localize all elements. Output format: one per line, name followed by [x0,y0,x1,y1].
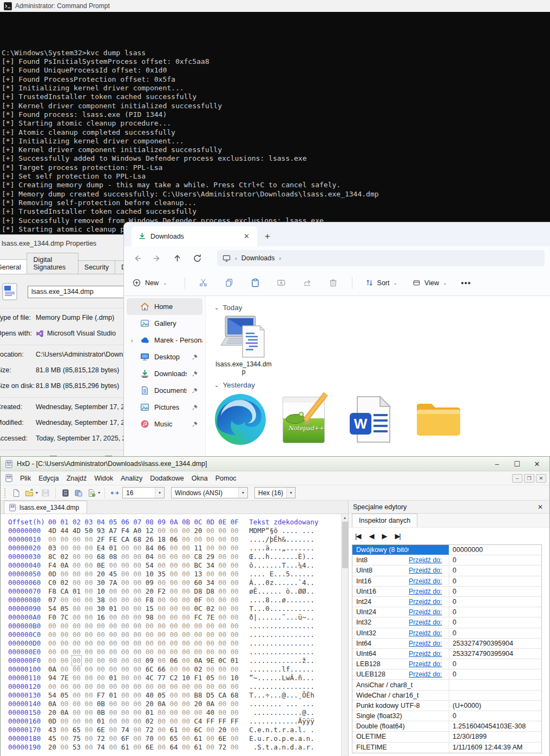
inspector-row[interactable]: Int16 Przejdź do: 0 [352,576,541,587]
hex-scrollbar[interactable]: ▲ [341,514,348,756]
inspector-row[interactable]: OLETIME 12/30/1899 [352,732,541,742]
hex-row[interactable]: 00000010000000002FFECA682618060000000000… [1,535,348,544]
sort-button[interactable]: Sort ⌄ [365,279,397,287]
menu-item[interactable]: Analizy [117,473,146,484]
goto-link[interactable]: Przejdź do: [409,640,442,647]
mdi-minimize-icon[interactable]: – [512,474,522,483]
inspector-row[interactable]: Int32 Przejdź do: 0 [352,617,541,628]
goto-link[interactable]: Przejdź do: [409,567,442,574]
notepad-icon[interactable]: Notepad++ [279,392,333,446]
hex-row[interactable]: 0000013054050000F701000040050000B8D5CA68… [1,691,348,700]
hex-row[interactable]: 000000E000000000000000000000000000000000… [1,648,348,656]
goto-link[interactable]: Przejdź do: [409,660,442,668]
hex-row[interactable]: 0000002003000000E40100008406000011000000… [1,544,348,553]
goto-link[interactable]: Przejdź do: [409,619,442,626]
properties-tab[interactable]: Security [78,260,115,274]
file-lsass-dump[interactable]: lsass.exe_1344.dmp [213,315,274,376]
sidebar-item[interactable]: Gallery [127,315,202,332]
hex-row[interactable]: 00000170430065006E007400720061006C002000… [1,726,348,734]
hex-row[interactable]: 00000110947E0000000100004C77C210F1050010… [1,674,348,682]
inspector-row[interactable]: UInt24 Przejdź do: 0 [352,607,541,617]
hex-row[interactable]: 0000012000000000000000000000000000000000… [1,682,348,691]
first-record-icon[interactable]: |◀ [355,532,360,540]
bytes-per-row-select[interactable]: 16 ▾ [122,487,165,498]
edge-icon[interactable] [213,392,267,446]
new-tab-button[interactable]: + [265,231,270,242]
sidebar-item[interactable]: Pictures [127,399,202,416]
mdi-restore-icon[interactable]: ❐ [524,474,534,483]
open-file-icon[interactable] [24,488,35,498]
tab-close-icon[interactable]: ✕ [241,232,252,240]
group-header-today[interactable]: ⌄ Today [214,304,550,312]
last-record-icon[interactable]: ▶| [395,532,400,540]
hex-row[interactable]: 0000019020005300740061006E00640061007200… [1,743,348,752]
sidebar-item[interactable]: Home [127,298,202,315]
menu-item[interactable]: Widok [90,473,117,484]
panel-close-icon[interactable]: ✕ [535,503,545,511]
inspector-row[interactable]: Double (float64) 1.2516040454103E-308 [352,721,541,732]
refresh-icon[interactable] [193,254,202,263]
hex-row[interactable]: 000000A0F07C00001600000098000000FC7E0000… [1,613,348,622]
cut-button[interactable] [191,278,217,287]
hex-row[interactable]: 000000C000000000000000000000000000000000… [1,630,348,639]
hex-row[interactable]: 000001400A0000000B000000200A0000200A0000… [1,700,348,708]
rename-button[interactable] [269,278,294,287]
save-icon[interactable] [40,488,51,498]
menu-item[interactable]: Plik [16,473,35,484]
menu-item[interactable]: Dodatkowe [146,473,188,484]
hex-row[interactable]: 000000F00000000000000000090006000A9E0C01… [1,656,348,665]
expand-chevron-icon[interactable]: › [131,337,135,344]
inspector-row[interactable]: LEB128 Przejdź do: 0 [352,659,541,669]
close-icon[interactable]: ✕ [529,460,545,468]
hex-row[interactable]: 000001000A000000000000006C66000002000000… [1,665,348,674]
sidebar-item[interactable]: Music [127,416,202,432]
share-button[interactable] [294,278,320,287]
previous-record-icon[interactable]: ◀ [369,532,373,540]
hex-row[interactable]: 00000150200A00000B0000000100000000400000… [1,708,348,717]
goto-link[interactable]: Przejdź do: [409,588,442,595]
export-icon[interactable] [73,488,84,498]
encoding-select[interactable]: Windows (ANSI) ▾ [171,487,248,498]
goto-link[interactable]: Przejdź do: [409,598,442,606]
address-bar[interactable]: › Downloads › [217,250,545,266]
hex-row[interactable]: 000001600D0000000100000002000000C4FFFFFF… [1,717,348,726]
copy-button[interactable] [217,278,243,287]
inspector-row[interactable]: Dwójkowy (8 bitów) 00000000 [352,545,541,555]
hex-row[interactable]: 000000905405000030010000150000000C020000… [1,604,348,613]
more-options-icon[interactable]: ••• [461,278,471,287]
group-header-yesterday[interactable]: ⌄ Yesterday [214,381,550,389]
cmd-output[interactable]: C:\Windows\System32>kvc dump lsass[+] Fo… [0,12,550,252]
inspector-row[interactable]: FILETIME 1/11/1609 12:44:39 AM [352,742,541,753]
inspector-row[interactable]: UInt64 Przejdź do: 2533274790395904 [352,649,541,659]
scrollbar-thumb[interactable] [342,522,348,568]
folder-icon[interactable] [411,392,466,446]
document-tab[interactable]: lsass.exe_1344.dmp [4,501,87,514]
inspector-row[interactable]: Single (float32) 0 [352,711,541,721]
back-icon[interactable] [133,254,142,263]
delete-button[interactable] [320,278,346,287]
hex-row[interactable]: 00000040F40A00000E00000054000000BC340000… [1,561,348,570]
sidebar-item[interactable]: Desktop [127,349,202,365]
goto-link[interactable]: Przejdź do: [409,629,442,637]
tools-dropdown-icon[interactable]: ▾ [98,490,100,495]
next-record-icon[interactable]: ▶ [382,532,386,540]
new-button[interactable]: New ⌄ [133,279,167,287]
hxd-titlebar[interactable]: HxD - [C:\Users\Administrator\Downloads\… [1,457,549,471]
hex-row[interactable]: 000000D000000000000000000000000000000000… [1,639,348,648]
compare-icon[interactable] [60,488,71,498]
menu-item[interactable]: Okna [188,473,212,484]
inspector-row[interactable]: UInt32 Przejdź do: 0 [352,628,541,639]
goto-link[interactable]: Przejdź do: [409,670,442,678]
inspector-row[interactable]: AnsiChar / char8_t [352,680,541,690]
insert-icon[interactable] [86,488,97,498]
inspector-row[interactable]: Punkt kodowy UTF-8 (U+0000) [352,701,541,711]
inspector-row[interactable]: WideChar / char16_t [352,691,541,701]
hex-row[interactable]: 000000308C0200006808000004000000C8290000… [1,553,348,561]
breadcrumb-downloads[interactable]: Downloads [241,254,275,262]
hex-row[interactable]: 000000B000000000000000000000000000000000… [1,622,348,630]
inspector-row[interactable]: UInt16 Przejdź do: 0 [352,587,541,597]
properties-tab[interactable]: General [0,259,27,274]
open-dropdown-icon[interactable]: ▾ [36,490,38,495]
hex-row[interactable]: 000000004D444D5093A7F4A01200000020000000… [1,527,348,535]
menu-item[interactable]: Pomoc [212,473,240,484]
